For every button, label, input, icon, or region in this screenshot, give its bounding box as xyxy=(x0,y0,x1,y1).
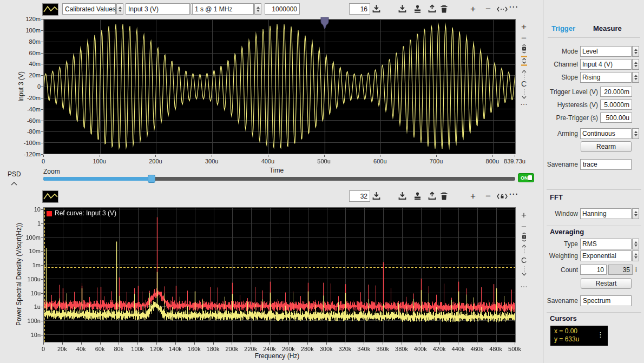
zoom-in-button[interactable]: + xyxy=(518,210,530,221)
rearm-button[interactable]: Rearm xyxy=(581,141,632,152)
zoom-out-button[interactable]: − xyxy=(518,222,530,233)
waveform-icon xyxy=(43,4,58,15)
tick-mark xyxy=(288,342,289,345)
save-frame-icon[interactable] xyxy=(372,4,381,15)
remove-channel-button[interactable]: − xyxy=(485,4,491,14)
mode-select-spinner[interactable] xyxy=(632,46,639,57)
tick-label: 839.73u xyxy=(504,158,525,164)
tick-mark xyxy=(194,342,195,345)
trigger-level-input[interactable] xyxy=(600,87,632,97)
pretrigger-input[interactable] xyxy=(600,113,632,123)
tick-label: 10m xyxy=(29,248,41,254)
add-channel-button[interactable]: + xyxy=(470,192,476,201)
timebase-select-spinner[interactable] xyxy=(254,3,261,15)
divider xyxy=(548,37,640,38)
spectrum-savename-input[interactable] xyxy=(580,295,632,306)
chevron-up-icon[interactable] xyxy=(11,180,17,187)
more-plot-options[interactable]: … xyxy=(518,280,530,289)
zoom-label: Zoom xyxy=(43,168,60,175)
tick-label: 0 xyxy=(42,346,45,352)
axis-lock-icon[interactable] xyxy=(521,44,528,56)
x-range-icon[interactable] xyxy=(496,6,508,14)
center-button[interactable]: C xyxy=(518,256,530,265)
avg-type-label: Type xyxy=(564,240,578,248)
psd-trace-style-button[interactable] xyxy=(42,190,58,203)
divider xyxy=(547,312,641,313)
download-icon[interactable] xyxy=(398,192,407,202)
weighting-select[interactable]: Exponential xyxy=(580,250,632,261)
remove-channel-button[interactable]: − xyxy=(485,192,491,201)
slope-select[interactable]: Rising xyxy=(580,72,632,83)
mode-select[interactable]: Level xyxy=(580,46,632,57)
psd-collapse-label[interactable]: PSD xyxy=(8,170,21,178)
avg-type-spinner[interactable] xyxy=(632,239,639,249)
weighting-spinner[interactable] xyxy=(632,250,639,261)
source-select-spinner[interactable] xyxy=(116,3,123,15)
psd-frame-count-input[interactable] xyxy=(349,190,370,202)
slope-select-spinner[interactable] xyxy=(632,72,639,83)
tick-label: 100k xyxy=(131,346,144,352)
add-channel-button[interactable]: + xyxy=(470,4,476,14)
channel-select[interactable]: Input 3 (V) xyxy=(126,3,190,15)
tick-label: 40m xyxy=(29,61,41,67)
trigger-channel-select[interactable]: Input 4 (V) xyxy=(580,59,632,70)
center-button[interactable]: C xyxy=(518,80,530,88)
trigger-marker[interactable] xyxy=(320,17,330,32)
zoom-in-button[interactable]: + xyxy=(518,22,530,32)
shift-down-icon[interactable] xyxy=(521,266,527,278)
trace-style-button[interactable] xyxy=(42,3,58,16)
tick-mark xyxy=(41,64,43,64)
arming-select-spinner[interactable] xyxy=(632,128,639,139)
restart-button[interactable]: Restart xyxy=(581,278,632,289)
axis-lock-icon[interactable] xyxy=(521,233,528,244)
x-range-lock-icon[interactable] xyxy=(496,193,508,201)
tick-label: 160k xyxy=(188,346,201,352)
trigger-channel-spinner[interactable] xyxy=(632,59,639,70)
time-plot-area[interactable] xyxy=(43,19,516,154)
trash-icon[interactable] xyxy=(439,192,449,202)
tick-mark xyxy=(41,143,43,143)
source-select[interactable]: Calibrated Values xyxy=(62,3,116,15)
more-options-button[interactable]: ⋯ xyxy=(509,189,518,199)
tick-label: 200u xyxy=(149,158,162,164)
tab-trigger[interactable]: Trigger xyxy=(551,24,575,32)
more-plot-options[interactable]: … xyxy=(518,98,530,107)
tick-label: -40m xyxy=(27,106,41,113)
cursor-readout[interactable]: x = 0.00 y = 633u ⋮ xyxy=(550,326,608,346)
stamp-icon[interactable] xyxy=(413,192,422,202)
tick-mark xyxy=(43,155,44,157)
savename-input[interactable] xyxy=(580,159,632,170)
zoom-on-toggle[interactable]: ON xyxy=(518,173,534,182)
count-info-label[interactable]: i xyxy=(635,266,637,274)
window-select[interactable]: Hanning xyxy=(580,208,632,219)
zoom-slider-handle[interactable] xyxy=(148,175,155,183)
window-select-spinner[interactable] xyxy=(632,208,639,219)
arming-select[interactable]: Continuous xyxy=(580,128,632,139)
psd-plot-canvas[interactable] xyxy=(44,208,515,342)
shift-up-icon[interactable] xyxy=(521,245,527,256)
timebase-select[interactable]: 1 s @ 1 MHz xyxy=(192,3,254,15)
tab-measure[interactable]: Measure xyxy=(593,24,622,32)
psd-plot-area[interactable] xyxy=(43,207,516,342)
upload-icon[interactable] xyxy=(428,4,437,15)
count-input[interactable] xyxy=(580,265,607,275)
legend-label: Ref curve: Input 3 (V) xyxy=(55,209,116,217)
download-icon[interactable] xyxy=(398,4,407,15)
autofit-y-icon[interactable] xyxy=(521,56,528,68)
save-frame-icon[interactable] xyxy=(372,192,381,202)
cursor-menu-icon[interactable]: ⋮ xyxy=(597,331,604,339)
frame-count-input[interactable] xyxy=(349,3,370,15)
upload-icon[interactable] xyxy=(428,192,437,202)
hysteresis-input[interactable] xyxy=(600,100,632,110)
tick-label: 180k xyxy=(207,346,220,352)
samples-input[interactable] xyxy=(265,3,300,15)
more-options-button[interactable]: ⋯ xyxy=(509,2,518,11)
tick-mark xyxy=(436,155,437,157)
zoom-out-button[interactable]: − xyxy=(518,33,530,44)
time-plot-canvas[interactable] xyxy=(44,19,515,154)
stamp-icon[interactable] xyxy=(413,4,422,15)
tick-mark xyxy=(402,342,402,345)
trash-icon[interactable] xyxy=(439,4,449,15)
avg-type-select[interactable]: RMS xyxy=(580,239,632,249)
tick-mark xyxy=(100,155,100,157)
